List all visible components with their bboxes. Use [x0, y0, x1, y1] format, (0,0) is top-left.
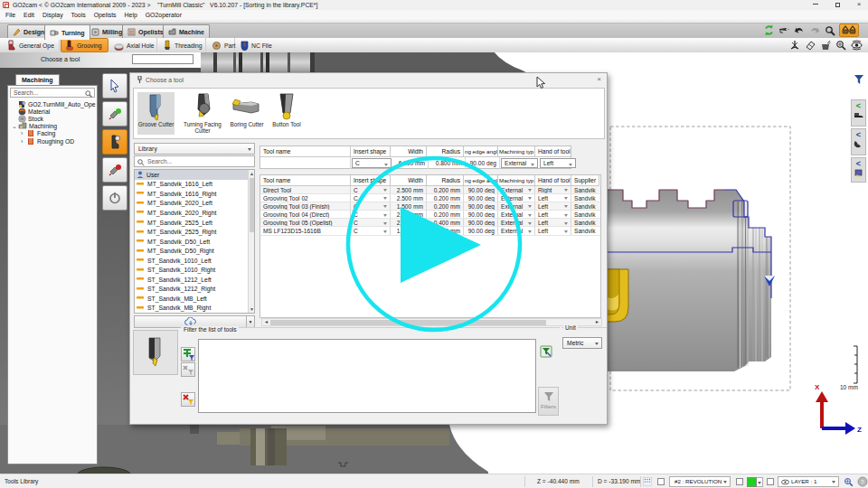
cell-machining[interactable]: External [498, 194, 535, 202]
col-edge-angle[interactable]: ng edge angle [464, 146, 498, 157]
maximize-button[interactable] [829, 0, 845, 10]
entity-checkbox[interactable] [657, 478, 665, 485]
cell-machining[interactable]: External [498, 211, 535, 218]
power-button[interactable] [102, 185, 127, 211]
expander-icon[interactable]: ⌄ [12, 124, 18, 128]
color-dropdown[interactable] [757, 477, 763, 487]
filter-angle[interactable]: 90.00 deg [466, 157, 500, 170]
cell-machining[interactable]: External [498, 219, 535, 226]
filter-tool-name[interactable] [260, 157, 351, 170]
hide-axis-icon[interactable] [788, 39, 801, 51]
cell-insert-shape[interactable]: C [351, 202, 391, 210]
filter-view-button[interactable] [851, 72, 866, 87]
library-item[interactable]: ST_Sandvik_1010_Left [135, 256, 254, 266]
tab-opelists[interactable]: Opelists [122, 24, 169, 39]
undo-icon[interactable] [793, 24, 806, 36]
color-swatch[interactable] [747, 477, 757, 487]
cell-tool-name[interactable]: Grooving Tool 04 (Direct) [260, 211, 351, 218]
col-supplier[interactable]: Supplier [571, 175, 599, 186]
cell-tool-name[interactable]: Direct Tool [260, 186, 351, 193]
col-machining-type[interactable]: Machining typ [498, 175, 535, 186]
tool-remove-button[interactable] [102, 157, 127, 183]
cell-hand[interactable]: Left [535, 211, 571, 218]
button-general-ope[interactable]: General Ope [4, 38, 60, 52]
zoom-icon[interactable] [824, 24, 836, 36]
library-item[interactable]: MT_Sandvik_2525_Left [135, 218, 254, 228]
library-item[interactable]: MT_Sandvik_1616_Right [135, 189, 254, 199]
filter-insert-shape[interactable]: C [352, 158, 392, 168]
magic-bucket-icon[interactable] [819, 39, 832, 51]
close-button[interactable]: × [851, 0, 867, 10]
filter-hand[interactable]: Left [540, 158, 576, 168]
cell-hand[interactable]: Left [535, 227, 571, 234]
menu-help[interactable]: Help [125, 12, 137, 18]
cell-hand[interactable]: Left [535, 219, 571, 226]
tool-add-button[interactable] [102, 101, 127, 127]
col-insert-shape[interactable]: Insert shape [351, 146, 391, 157]
edit-filter-button[interactable] [181, 362, 195, 377]
cell-insert-shape[interactable]: C [351, 227, 391, 234]
dialog-title-bar[interactable]: Choose a tool × [130, 73, 607, 87]
col-tool-name[interactable]: Tool name [260, 146, 351, 157]
tab-machine[interactable]: Machine [163, 24, 210, 39]
col-width[interactable]: Width [391, 175, 427, 186]
table-row[interactable]: Direct Tool C 2.500 mm 0.200 mm 90.00 de… [260, 186, 600, 194]
tree-item-stock[interactable]: Stock [12, 115, 43, 122]
col-tool-name[interactable]: Tool name [260, 175, 351, 186]
filter-radius[interactable]: 0.800 mm [429, 157, 466, 170]
cell-insert-shape[interactable]: C [351, 186, 391, 193]
menu-edit[interactable]: Edit [24, 12, 34, 18]
button-threading[interactable]: Threading [159, 38, 206, 52]
turned-part[interactable] [583, 190, 775, 371]
scroll-thumb[interactable] [270, 320, 546, 325]
library-item[interactable]: ST_Sandvik_1010_Right [135, 265, 254, 275]
library-item[interactable]: MT_Sandvik_D50_Right [135, 246, 254, 256]
col-edge-angle[interactable]: ng edge angle [464, 175, 498, 186]
cell-machining[interactable]: External [498, 227, 535, 234]
scroll-left-icon[interactable]: ◄ [262, 319, 270, 325]
dynamic-view-icon[interactable] [850, 39, 863, 51]
cloud-options-dropdown[interactable]: ▼ [247, 315, 255, 328]
entity-dropdown[interactable]: #2 : REVOLUTION [669, 476, 731, 487]
button-part[interactable]: Part [208, 38, 235, 52]
menu-opelists[interactable]: Opelists [94, 12, 117, 18]
library-item[interactable]: MT_Sandvik_2525_Right [135, 227, 254, 237]
table-row[interactable]: MS LF123D15-1616B C 1.500 mm 0.200 mm 90… [260, 227, 600, 235]
library-item[interactable]: MT_Sandvik_2020_Left [135, 199, 254, 209]
library-scrollbar[interactable]: ▲ ▼ [248, 170, 254, 313]
scroll-thumb[interactable] [250, 178, 254, 232]
library-item[interactable]: ST_Sandvik_MB_Right [135, 304, 254, 314]
table-row[interactable]: Grooving Tool 05 (Opelist) C 2.500 mm 0.… [260, 219, 600, 227]
eraser-icon[interactable] [804, 39, 816, 51]
cell-tool-name[interactable]: Grooving Tool 05 (Opelist) [260, 219, 351, 226]
scroll-up-icon[interactable]: ▲ [249, 170, 255, 177]
apply-filter-button[interactable] [539, 344, 553, 359]
panel-toggle-1[interactable]: < [851, 99, 866, 127]
cell-insert-shape[interactable]: C [351, 219, 391, 226]
tool-type-boring-cutter[interactable]: Boring Cutter [227, 92, 267, 135]
panel-toggle-3[interactable]: < [851, 157, 866, 183]
library-item[interactable]: ST_Sandvik_1212_Left [135, 275, 254, 285]
col-hand-of-tool[interactable]: Hand of tool [535, 175, 571, 186]
layer-dropdown[interactable]: LAYER : 1 [778, 476, 839, 487]
cell-insert-shape[interactable]: C [351, 194, 391, 202]
unit-dropdown[interactable]: Metric [562, 337, 602, 349]
library-search-input[interactable]: Search... [134, 155, 255, 167]
tool-type-button-tool[interactable]: Button Tool [269, 92, 304, 135]
cell-machining[interactable]: External [498, 202, 535, 210]
library-item[interactable]: MT_Sandvik_1616_Left [135, 180, 254, 190]
cell-tool-name[interactable]: Grooving Tool 03 (Finish) [260, 202, 351, 210]
redo-icon[interactable] [808, 24, 821, 36]
col-insert-shape[interactable]: Insert shape [351, 175, 391, 186]
delete-filter-button[interactable] [181, 392, 195, 407]
select-cursor-button[interactable] [102, 73, 127, 99]
button-axial-hole[interactable]: Axial Hole [110, 38, 157, 52]
tree-item-roughing-od[interactable]: › Roughing OD [21, 137, 74, 145]
cell-hand[interactable]: Left [535, 202, 571, 210]
col-machining-type[interactable]: Machining typ [498, 146, 535, 157]
button-nc-file[interactable]: NC File [237, 38, 271, 52]
cell-insert-shape[interactable]: C [351, 211, 391, 218]
table-hscrollbar[interactable]: ◄ ► [261, 318, 602, 326]
table-row[interactable]: Grooving Tool 04 (Direct) C 2.500 mm 0.2… [260, 211, 600, 219]
cell-machining[interactable]: External [498, 186, 535, 193]
